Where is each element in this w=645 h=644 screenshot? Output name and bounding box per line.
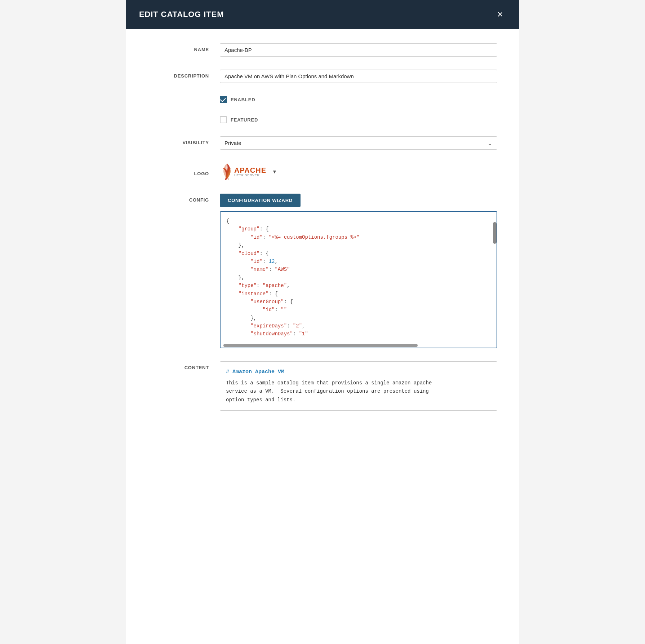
enabled-row: ENABLED <box>148 96 497 103</box>
config-row: CONFIG CONFIGURATION WIZARD { "group": {… <box>148 194 497 348</box>
code-line: "name": "AWS" <box>226 265 491 273</box>
modal-body: NAME DESCRIPTION ENABLED FEATURED <box>126 29 519 644</box>
code-line: "id": "" <box>226 306 491 314</box>
logo-http-subtext: HTTP SERVER <box>234 174 266 177</box>
description-input[interactable] <box>220 70 497 83</box>
horizontal-scrollbar[interactable] <box>223 344 418 347</box>
code-editor-container: { "group": { "id": "<%= customOptions.fg… <box>220 211 497 348</box>
config-code-editor[interactable]: { "group": { "id": "<%= customOptions.fg… <box>220 211 497 348</box>
logo-label: LOGO <box>148 167 220 176</box>
close-button[interactable]: × <box>494 8 506 21</box>
logo-dropdown-arrow-icon: ▼ <box>272 169 277 175</box>
code-line: }, <box>226 314 491 322</box>
description-label: DESCRIPTION <box>148 70 220 79</box>
content-wrap: # Amazon Apache VM This is a sample cata… <box>220 361 497 411</box>
featured-label: FEATURED <box>231 117 258 123</box>
code-line: "type": "apache", <box>226 282 491 290</box>
name-label: NAME <box>148 43 220 52</box>
visibility-select-wrap: Private Public Group ⌄ <box>220 136 497 150</box>
featured-checkbox-wrap[interactable]: FEATURED <box>220 116 258 123</box>
description-row: DESCRIPTION <box>148 70 497 83</box>
logo-row: LOGO <box>148 163 497 181</box>
featured-checkbox[interactable] <box>220 116 227 123</box>
content-heading-hash: # <box>226 369 232 375</box>
featured-row: FEATURED <box>148 116 497 123</box>
logo-wrap: APACHE HTTP SERVER ▼ <box>220 163 497 181</box>
code-line: }, <box>226 241 491 249</box>
code-line: "instance": { <box>226 290 491 298</box>
code-line: { <box>226 217 491 225</box>
content-heading: # Amazon Apache VM <box>226 367 491 377</box>
visibility-field-wrap: Private Public Group ⌄ <box>220 136 497 150</box>
name-field-wrap <box>220 43 497 57</box>
content-body: This is a sample catalog item that provi… <box>226 379 491 405</box>
visibility-select[interactable]: Private Public Group <box>220 136 497 150</box>
modal-title: EDIT CATALOG ITEM <box>139 10 224 19</box>
logo-preview[interactable]: APACHE HTTP SERVER ▼ <box>220 163 497 181</box>
code-line: "expireDays": "2", <box>226 322 491 330</box>
content-row: CONTENT # Amazon Apache VM This is a sam… <box>148 361 497 411</box>
name-row: NAME <box>148 43 497 57</box>
enabled-checkbox-wrap[interactable]: ENABLED <box>220 96 255 103</box>
modal-container: EDIT CATALOG ITEM × NAME DESCRIPTION ENA… <box>126 0 519 644</box>
code-line: "shutdownDays": "1" <box>226 330 491 338</box>
logo-apache-name: APACHE <box>234 167 266 174</box>
visibility-label: VISIBILITY <box>148 136 220 145</box>
config-label: CONFIG <box>148 194 220 203</box>
visibility-row: VISIBILITY Private Public Group ⌄ <box>148 136 497 150</box>
enabled-checkbox[interactable] <box>220 96 227 103</box>
name-input[interactable] <box>220 43 497 57</box>
code-line: "group": { <box>226 225 491 233</box>
apache-feather-icon <box>220 163 234 181</box>
code-line: "id": "<%= customOptions.fgroups %>" <box>226 233 491 241</box>
apache-logo: APACHE HTTP SERVER <box>220 163 266 181</box>
code-line: }, <box>226 274 491 282</box>
configuration-wizard-button[interactable]: CONFIGURATION WIZARD <box>220 194 301 207</box>
code-line: "userGroup": { <box>226 298 491 306</box>
content-label: CONTENT <box>148 361 220 370</box>
code-line: "id": 12, <box>226 257 491 265</box>
config-wrap: CONFIGURATION WIZARD { "group": { "id": … <box>220 194 497 348</box>
description-field-wrap <box>220 70 497 83</box>
vertical-scrollbar[interactable] <box>493 222 497 244</box>
content-editor[interactable]: # Amazon Apache VM This is a sample cata… <box>220 361 497 411</box>
enabled-label: ENABLED <box>231 97 255 102</box>
content-heading-text: Amazon Apache VM <box>232 369 284 375</box>
logo-text: APACHE HTTP SERVER <box>234 167 266 177</box>
modal-header: EDIT CATALOG ITEM × <box>126 0 519 29</box>
code-line: "cloud": { <box>226 250 491 257</box>
